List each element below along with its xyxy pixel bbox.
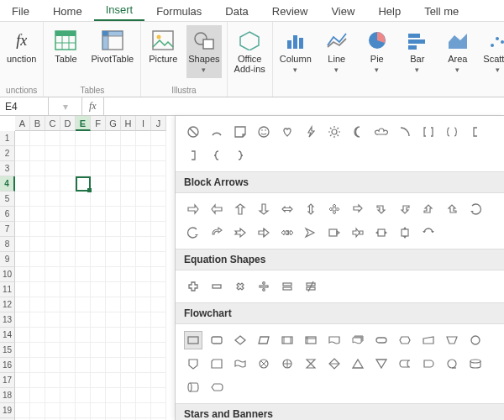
cell-D13[interactable] [60, 312, 76, 328]
shape-block-arrow-16[interactable] [255, 223, 273, 242]
cell-H6[interactable] [121, 207, 136, 222]
cell-E16[interactable] [76, 358, 91, 373]
shape-flowchart-decision[interactable] [231, 331, 249, 349]
shape-flowchart-predefined[interactable] [278, 331, 297, 349]
shape-moon[interactable] [349, 123, 367, 141]
cell-E4[interactable] [76, 176, 91, 192]
cell-H1[interactable] [121, 131, 136, 146]
row-header-14[interactable]: 14 [0, 328, 15, 343]
cell-B6[interactable] [30, 207, 45, 222]
cell-J12[interactable] [151, 297, 166, 312]
cell-H14[interactable] [121, 328, 136, 343]
worksheet[interactable]: ABCDEFGHIJ123456789101112131415161718192… [0, 116, 166, 420]
shape-flowchart-alt-process[interactable] [207, 331, 226, 349]
cell-D11[interactable] [60, 282, 76, 297]
cell-F6[interactable] [91, 207, 106, 222]
cell-E6[interactable] [76, 207, 91, 222]
shape-flowchart-collate[interactable] [302, 354, 320, 373]
cell-I8[interactable] [136, 237, 151, 252]
cell-G12[interactable] [106, 297, 121, 312]
shape-left-brace[interactable] [207, 146, 226, 165]
cell-D3[interactable] [60, 161, 76, 176]
cell-H17[interactable] [121, 373, 136, 388]
cell-D12[interactable] [60, 297, 76, 312]
cell-B16[interactable] [30, 358, 45, 373]
shapes-button[interactable]: Shapes▾ [186, 25, 221, 78]
cell-B19[interactable] [30, 403, 45, 418]
cell-A7[interactable] [15, 222, 30, 237]
cell-C16[interactable] [45, 358, 60, 373]
cell-F1[interactable] [91, 131, 106, 146]
cell-G4[interactable] [106, 176, 121, 192]
cell-E13[interactable] [76, 312, 91, 328]
cell-J14[interactable] [151, 328, 166, 343]
shape-flowchart-connector[interactable] [466, 331, 485, 349]
shape-flowchart-card[interactable] [207, 354, 226, 373]
cell-F9[interactable] [91, 252, 106, 267]
cell-B14[interactable] [30, 328, 45, 343]
shape-flowchart-internal-storage[interactable] [302, 331, 320, 349]
row-header-2[interactable]: 2 [0, 146, 15, 161]
cell-I7[interactable] [136, 222, 151, 237]
shape-plus[interactable] [184, 277, 202, 296]
cell-H18[interactable] [121, 388, 136, 403]
shape-flowchart-multidoc[interactable] [349, 331, 367, 349]
col-header-H[interactable]: H [121, 116, 136, 131]
cell-H3[interactable] [121, 161, 136, 176]
cell-C15[interactable] [45, 343, 60, 358]
shape-block-arrow-8[interactable] [372, 200, 391, 218]
cell-F16[interactable] [91, 358, 106, 373]
row-header-19[interactable]: 19 [0, 403, 15, 418]
cell-D1[interactable] [60, 131, 76, 146]
cell-C18[interactable] [45, 388, 60, 403]
cell-H7[interactable] [121, 222, 136, 237]
cell-F12[interactable] [91, 297, 106, 312]
shape-not-equal[interactable] [302, 277, 320, 296]
shape-block-arrow-18[interactable] [302, 223, 320, 242]
shape-block-arrow-22[interactable] [396, 223, 414, 242]
name-box[interactable]: E4 [0, 97, 49, 115]
tab-data[interactable]: Data [213, 2, 260, 21]
shape-left-bracket[interactable] [466, 123, 485, 141]
shape-block-arrow-14[interactable] [207, 223, 226, 242]
cell-F14[interactable] [91, 328, 106, 343]
cell-B10[interactable] [30, 267, 45, 282]
cell-B15[interactable] [30, 343, 45, 358]
shape-block-arrow-0[interactable] [184, 200, 202, 218]
cell-F19[interactable] [91, 403, 106, 418]
shape-flowchart-data[interactable] [255, 331, 273, 349]
shape-arc2[interactable] [396, 123, 414, 141]
cell-C14[interactable] [45, 328, 60, 343]
shape-block-arrow-12[interactable] [466, 200, 485, 218]
cell-I1[interactable] [136, 131, 151, 146]
row-header-4[interactable]: 4 [0, 176, 15, 192]
formula-input[interactable] [104, 99, 504, 114]
shape-block-arrow-11[interactable] [443, 200, 461, 218]
cell-I13[interactable] [136, 312, 151, 328]
bar-chart-button[interactable]: Bar▾ [401, 25, 434, 78]
shape-block-arrow-9[interactable] [396, 200, 414, 218]
cell-B5[interactable] [30, 192, 45, 207]
shape-block-arrow-7[interactable] [349, 200, 367, 218]
cell-G14[interactable] [106, 328, 121, 343]
cell-B1[interactable] [30, 131, 45, 146]
shape-folded-corner[interactable] [231, 123, 249, 141]
cell-E7[interactable] [76, 222, 91, 237]
shape-flowchart-stored-data[interactable] [396, 354, 414, 373]
cell-J19[interactable] [151, 403, 166, 418]
cell-G10[interactable] [106, 267, 121, 282]
cell-J3[interactable] [151, 161, 166, 176]
cell-F11[interactable] [91, 282, 106, 297]
cell-A3[interactable] [15, 161, 30, 176]
fx-icon-small[interactable]: fx [82, 97, 104, 115]
shape-flowchart-sort[interactable] [325, 354, 344, 373]
cell-C7[interactable] [45, 222, 60, 237]
cell-G11[interactable] [106, 282, 121, 297]
cell-E18[interactable] [76, 388, 91, 403]
cell-G17[interactable] [106, 373, 121, 388]
cell-I6[interactable] [136, 207, 151, 222]
cell-D6[interactable] [60, 207, 76, 222]
cell-I12[interactable] [136, 297, 151, 312]
cell-B11[interactable] [30, 282, 45, 297]
scatter-chart-button[interactable]: Scatter▾ [481, 25, 504, 78]
